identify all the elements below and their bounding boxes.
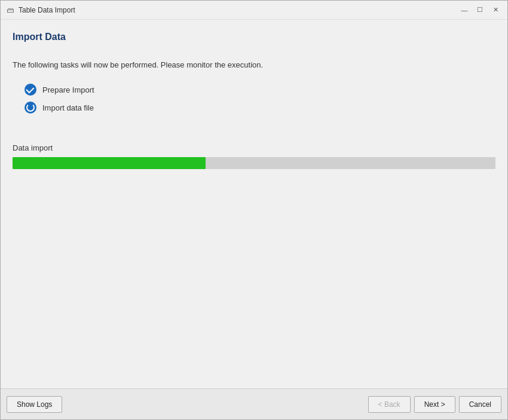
spacer bbox=[13, 169, 495, 382]
window-controls: — ☐ ✕ bbox=[457, 4, 503, 16]
progress-label: Data import bbox=[13, 143, 495, 152]
cancel-button[interactable]: Cancel bbox=[459, 396, 501, 413]
footer: Show Logs < Back Next > Cancel bbox=[1, 388, 507, 419]
next-button[interactable]: Next > bbox=[414, 396, 455, 413]
minimize-button[interactable]: — bbox=[457, 4, 472, 16]
task-item-import: Import data file bbox=[25, 102, 495, 114]
progress-section: Data import bbox=[13, 143, 495, 169]
close-button[interactable]: ✕ bbox=[488, 4, 503, 16]
main-content: Import Data The following tasks will now… bbox=[1, 20, 507, 388]
window-title: Table Data Import bbox=[19, 6, 457, 14]
task-label-prepare: Prepare Import bbox=[42, 85, 94, 94]
show-logs-button[interactable]: Show Logs bbox=[7, 396, 62, 413]
progress-bar-container bbox=[13, 157, 495, 169]
title-bar: 🗃 Table Data Import — ☐ ✕ bbox=[1, 1, 507, 20]
task-label-import: Import data file bbox=[42, 103, 94, 112]
task-inprogress-icon bbox=[25, 102, 36, 114]
back-button[interactable]: < Back bbox=[368, 396, 411, 413]
page-title: Import Data bbox=[13, 32, 495, 42]
footer-left: Show Logs bbox=[7, 396, 368, 413]
footer-right: < Back Next > Cancel bbox=[368, 396, 501, 413]
window: 🗃 Table Data Import — ☐ ✕ Import Data Th… bbox=[0, 0, 508, 420]
maximize-button[interactable]: ☐ bbox=[473, 4, 487, 16]
task-list: Prepare Import Import data file bbox=[25, 84, 495, 119]
description-text: The following tasks will now be performe… bbox=[13, 60, 495, 69]
task-item-prepare: Prepare Import bbox=[25, 84, 495, 96]
progress-bar-fill bbox=[13, 157, 206, 169]
task-complete-icon bbox=[25, 84, 36, 96]
app-icon: 🗃 bbox=[5, 5, 15, 15]
